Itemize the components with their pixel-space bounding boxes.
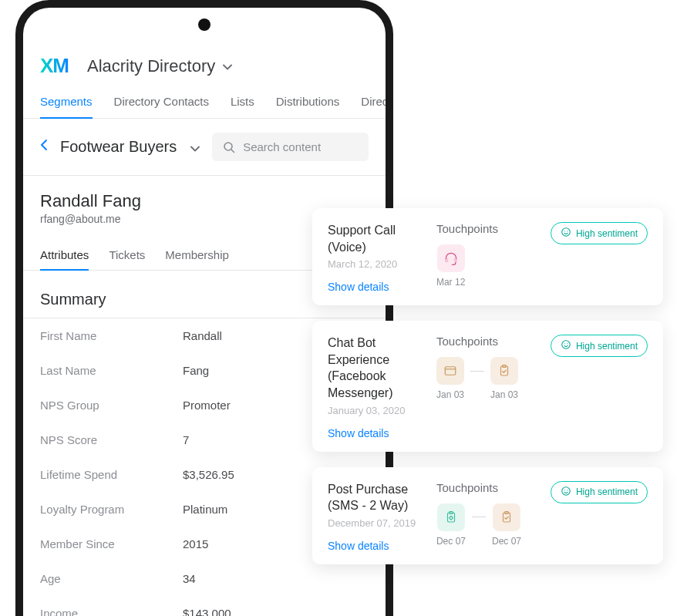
attr-value: 2015 [183,537,208,550]
attr-value: Fang [183,364,209,377]
attr-label: Loyalty Program [40,503,183,516]
tab-directory-contacts[interactable]: Directory Contacts [114,87,209,118]
attr-label: Age [40,572,183,585]
connector-line [472,517,486,517]
svg-rect-2 [454,258,456,262]
attr-label: First Name [40,329,183,342]
smile-icon [561,486,571,499]
attr-value: Promoter [183,399,231,412]
clipboard-gear-icon [437,503,465,531]
clipboard-check-icon [490,357,518,385]
attr-value: $3,526.95 [183,468,234,481]
touchpoint-card: Chat Bot Experience (Facebook Messenger)… [312,321,663,451]
search-input[interactable]: Search content [212,133,369,161]
sentiment-label: High sentiment [576,341,638,352]
svg-point-11 [567,343,568,344]
card-date: March 12, 2020 [328,258,430,270]
touchpoint-item: Dec 07 [492,503,521,547]
subtab-attributes[interactable]: Attributes [40,241,89,271]
touchpoint-date: Mar 12 [436,277,465,288]
touchpoints-heading: Touchpoints [436,335,544,348]
attr-row: Age34 [40,561,369,596]
sentiment-badge: High sentiment [551,222,648,244]
touchpoint-cards: Support Call (Voice) March 12, 2020 Touc… [312,208,663,564]
clipboard-check-icon [493,503,520,531]
tab-segments[interactable]: Segments [40,87,93,119]
svg-point-5 [567,231,568,231]
show-details-link[interactable]: Show details [328,281,430,293]
show-details-link[interactable]: Show details [328,540,430,552]
touchpoint-date: Dec 07 [436,536,466,547]
attr-value: 7 [183,433,189,446]
sentiment-label: High sentiment [576,228,638,239]
connector-line [470,371,484,372]
svg-point-18 [564,490,565,490]
attr-value: $143,000 [183,607,231,616]
browser-icon [436,357,464,385]
app-header: XM Alacrity Directory [23,46,386,82]
logo: XM [40,54,69,78]
smile-icon [561,339,571,352]
touchpoint-date: Jan 03 [490,389,518,400]
attr-value: Randall [183,329,222,342]
touchpoint-card: Support Call (Voice) March 12, 2020 Touc… [312,208,663,305]
search-placeholder: Search content [243,140,321,153]
card-date: December 07, 2019 [328,517,430,529]
tab-lists[interactable]: Lists [231,87,254,118]
attr-label: Income [40,607,183,616]
sentiment-badge: High sentiment [551,481,648,503]
smile-icon [561,227,571,240]
segment-title: Footwear Buyers [60,138,177,156]
search-icon [223,141,235,153]
touchpoints-heading: Touchpoints [436,222,544,235]
chevron-down-icon [223,60,232,72]
attr-row: Income$143,000 [40,596,369,616]
tab-distributions[interactable]: Distributions [276,87,340,118]
directory-picker[interactable]: Alacrity Directory [87,56,232,76]
show-details-link[interactable]: Show details [328,427,430,439]
attr-value: Platinum [183,503,227,516]
touchpoint-item: Mar 12 [436,244,465,288]
svg-point-17 [562,486,571,495]
attr-label: Member Since [40,537,183,550]
card-title: Support Call (Voice) [328,222,430,255]
card-title: Chat Bot Experience (Facebook Messenger) [328,335,430,401]
card-title: Post Purchase (SMS - 2 Way) [328,481,430,514]
primary-tabs: Segments Directory Contacts Lists Distri… [23,82,386,119]
attr-label: NPS Score [40,433,183,446]
sentiment-label: High sentiment [576,486,638,497]
headset-icon [437,244,465,272]
segment-subheader: Footwear Buyers Search content [23,119,386,176]
touchpoint-item: Jan 03 [436,357,464,400]
svg-point-4 [564,231,565,231]
subtab-tickets[interactable]: Tickets [109,241,145,270]
touchpoint-date: Dec 07 [492,536,521,547]
touchpoint-item: Dec 07 [436,503,466,547]
touchpoint-card: Post Purchase (SMS - 2 Way) December 07,… [312,467,663,564]
touchpoint-item: Jan 03 [490,357,518,400]
attr-label: Lifetime Spend [40,468,183,481]
subtab-membership[interactable]: Membership [165,241,229,270]
directory-name: Alacrity Directory [87,56,215,76]
svg-point-10 [564,343,565,344]
svg-point-19 [567,490,568,490]
svg-rect-1 [445,258,447,262]
svg-point-14 [450,516,453,519]
touchpoints-heading: Touchpoints [436,481,544,494]
attr-label: Last Name [40,364,183,377]
sentiment-badge: High sentiment [551,335,648,357]
tab-overflow[interactable]: Direct… [361,87,393,118]
card-date: January 03, 2020 [328,405,430,416]
back-button[interactable] [40,139,48,155]
svg-rect-6 [445,367,456,375]
segment-picker[interactable]: Footwear Buyers [60,138,200,156]
touchpoint-date: Jan 03 [436,389,464,400]
svg-point-9 [562,341,571,349]
attr-label: NPS Group [40,399,183,412]
chevron-down-icon [190,138,200,156]
attr-value: 34 [183,572,196,585]
svg-point-3 [562,228,571,237]
